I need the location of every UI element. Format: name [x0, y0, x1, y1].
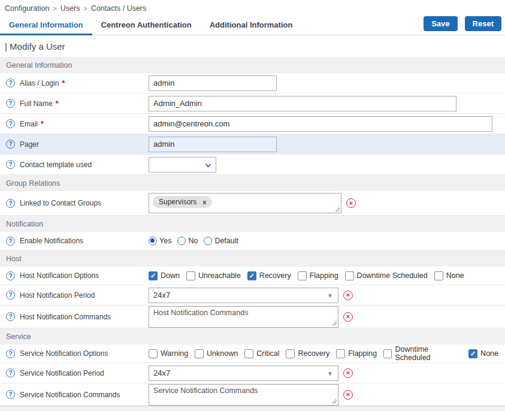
- checkbox-icon: [336, 349, 345, 358]
- field-row-email: ? Email *: [0, 114, 505, 134]
- host-commands-multiselect[interactable]: Host Notification Commands: [149, 306, 338, 328]
- checkbox-recovery[interactable]: Recovery: [247, 271, 291, 280]
- checkbox-icon: [186, 271, 195, 280]
- help-icon[interactable]: ?: [6, 99, 15, 108]
- host-commands-value: Host Notification Commands: [153, 309, 248, 317]
- service-period-select[interactable]: 24x7 ▼: [149, 365, 338, 381]
- caret-down-icon: ▼: [327, 292, 333, 299]
- service-commands-multiselect[interactable]: Service Notification Commands: [149, 384, 338, 406]
- radio-no[interactable]: No: [177, 237, 198, 245]
- checkbox-icon: [149, 271, 158, 280]
- pager-input[interactable]: [149, 137, 277, 152]
- service-period-control: 24x7 ▼ ×: [149, 365, 505, 381]
- help-icon[interactable]: ?: [6, 349, 15, 358]
- service-commands-value: Service Notification Commands: [153, 386, 258, 395]
- checkbox-icon: [383, 349, 392, 358]
- tab-centreon-authentication[interactable]: Centreon Authentication: [92, 16, 201, 35]
- help-icon[interactable]: ?: [6, 140, 15, 149]
- host-options-label-group: ? Host Notification Options: [0, 271, 149, 280]
- radio-default-label: Default: [214, 237, 238, 245]
- tab-additional-information[interactable]: Additional Information: [201, 16, 302, 35]
- help-icon[interactable]: ?: [6, 291, 15, 300]
- save-button[interactable]: Save: [424, 16, 457, 31]
- section-notification: Notification: [0, 216, 505, 232]
- contact-template-select[interactable]: [149, 157, 216, 173]
- checkbox-none[interactable]: None: [434, 271, 464, 280]
- checkbox-recovery-label: Recovery: [298, 349, 329, 358]
- service-commands-control: Service Notification Commands ×: [149, 384, 505, 406]
- checkbox-flapping[interactable]: Flapping: [298, 271, 338, 280]
- breadcrumb: Configuration > Users > Contacts / Users: [0, 0, 505, 16]
- contact-groups-control: Supervisors x ×: [149, 193, 505, 213]
- radio-default[interactable]: Default: [204, 237, 238, 245]
- host-period-select[interactable]: 24x7 ▼: [149, 288, 338, 303]
- checkbox-recovery-label: Recovery: [259, 271, 291, 280]
- host-commands-control: Host Notification Commands ×: [149, 306, 505, 328]
- help-icon[interactable]: ?: [6, 160, 15, 169]
- resize-handle[interactable]: [334, 206, 340, 211]
- pager-label: Pager: [20, 140, 39, 149]
- alias-label-group: ? Alias / Login *: [0, 78, 149, 87]
- host-options-checkbox-group: Down Unreachable Recovery Flapping Downt…: [149, 271, 471, 280]
- breadcrumb-users[interactable]: Users: [61, 4, 80, 13]
- tab-general-information[interactable]: General Information: [0, 16, 92, 35]
- checkbox-downtime-scheduled[interactable]: Downtime Scheduled: [345, 271, 428, 280]
- help-icon[interactable]: ?: [6, 119, 15, 128]
- help-icon[interactable]: ?: [6, 390, 15, 399]
- checkbox-flapping[interactable]: Flapping: [336, 349, 377, 358]
- service-commands-label: Service Notification Commands: [20, 391, 120, 399]
- clear-field-icon[interactable]: ×: [346, 198, 356, 208]
- service-options-control: Warning Unknown Critical Recovery Flappi…: [149, 345, 505, 362]
- checkbox-unknown[interactable]: Unknown: [195, 349, 238, 358]
- checkbox-unreachable[interactable]: Unreachable: [186, 271, 241, 280]
- reset-button[interactable]: Reset: [465, 16, 501, 31]
- clear-field-icon[interactable]: ×: [343, 312, 353, 322]
- contact-groups-multiselect[interactable]: Supervisors x: [149, 193, 341, 213]
- checkbox-down-label: Down: [161, 271, 180, 280]
- enable-notifications-label-group: ? Enable Notifications: [0, 237, 149, 246]
- help-icon[interactable]: ?: [6, 237, 15, 246]
- help-icon[interactable]: ?: [6, 271, 15, 280]
- host-period-label-group: ? Host Notification Period: [0, 291, 149, 300]
- checkbox-downtime-scheduled[interactable]: Downtime Scheduled: [383, 345, 462, 362]
- tag-remove-icon[interactable]: x: [202, 198, 206, 206]
- email-input[interactable]: [149, 116, 492, 132]
- field-row-service-options: ? Service Notification Options Warning U…: [0, 345, 505, 363]
- radio-icon: [149, 237, 157, 245]
- fullname-input[interactable]: [149, 96, 456, 111]
- radio-yes[interactable]: Yes: [149, 237, 171, 245]
- checkbox-icon: [195, 349, 204, 358]
- help-icon[interactable]: ?: [6, 199, 15, 208]
- checkbox-icon: [298, 271, 307, 280]
- checkbox-icon: [286, 349, 295, 358]
- checkbox-warning[interactable]: Warning: [149, 349, 188, 358]
- contact-groups-label: Linked to Contact Groups: [20, 199, 101, 207]
- section-host: Host: [0, 250, 505, 267]
- checkbox-icon: [149, 349, 158, 358]
- clear-field-icon[interactable]: ×: [343, 368, 353, 378]
- help-icon[interactable]: ?: [6, 312, 15, 321]
- checkbox-icon: [345, 271, 354, 280]
- service-options-checkbox-group: Warning Unknown Critical Recovery Flappi…: [149, 345, 505, 362]
- resize-handle[interactable]: [331, 398, 337, 404]
- checkbox-critical[interactable]: Critical: [244, 349, 279, 358]
- resize-handle[interactable]: [331, 321, 337, 326]
- clear-field-icon[interactable]: ×: [343, 291, 353, 300]
- checkbox-down[interactable]: Down: [149, 271, 180, 280]
- host-period-control: 24x7 ▼ ×: [149, 288, 505, 303]
- checkbox-critical-label: Critical: [256, 349, 279, 358]
- required-asterisk: *: [56, 99, 59, 108]
- help-icon[interactable]: ?: [6, 78, 15, 87]
- field-row-service-period: ? Service Notification Period 24x7 ▼ ×: [0, 363, 505, 383]
- field-row-contact-template: ? Contact template used: [0, 155, 505, 175]
- service-period-label-group: ? Service Notification Period: [0, 368, 149, 377]
- checkbox-recovery[interactable]: Recovery: [286, 349, 329, 358]
- breadcrumb-configuration[interactable]: Configuration: [5, 4, 49, 13]
- breadcrumb-contacts-users[interactable]: Contacts / Users: [91, 4, 146, 13]
- host-options-control: Down Unreachable Recovery Flapping Downt…: [149, 271, 505, 280]
- alias-input[interactable]: [149, 75, 277, 91]
- checkbox-none[interactable]: None: [468, 349, 498, 358]
- help-icon[interactable]: ?: [6, 368, 15, 377]
- clear-field-icon[interactable]: ×: [343, 390, 353, 400]
- checkbox-warning-label: Warning: [161, 349, 188, 358]
